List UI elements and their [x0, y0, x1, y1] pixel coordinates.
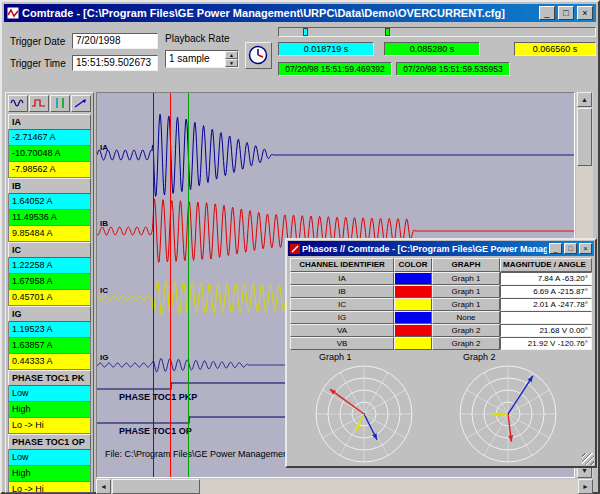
- scroll-up-button[interactable]: ▲: [577, 92, 592, 107]
- phasor-color-swatch[interactable]: [394, 337, 432, 350]
- trace-label-ia: IA: [100, 143, 108, 152]
- channel-value: 9.85484 A: [8, 226, 91, 242]
- cursor2-timestamp: 07/20/98 15:51:59.535953: [396, 62, 510, 76]
- minimize-button[interactable]: _: [539, 6, 555, 20]
- polar-plot-2: [456, 362, 560, 466]
- digital-label-op: PHASE TOC1 OP: [119, 426, 192, 436]
- playback-rate-down-button[interactable]: ▼: [225, 59, 238, 67]
- slider-cursor2-marker[interactable]: [385, 28, 390, 36]
- vertical-scroll-thumb[interactable]: [577, 108, 592, 166]
- channel-value: High: [8, 402, 91, 418]
- channel-value: Lo -> Hi: [8, 482, 91, 493]
- graph2-label: Graph 2: [463, 352, 563, 362]
- phasor-graph-2: Graph 2: [453, 352, 563, 470]
- phasor-row-va: VA Graph 2 21.68 V 0.00°: [290, 324, 592, 337]
- phasors-window-icon: [290, 244, 300, 254]
- header-graph: GRAPH: [432, 258, 500, 272]
- channel-header-ic: IC: [8, 242, 91, 258]
- trigger-time-label: Trigger Time: [10, 58, 66, 69]
- phasors-minimize-button[interactable]: _: [549, 243, 562, 254]
- cursor1-time-value: 0.018719 s: [278, 42, 374, 56]
- phasor-channel[interactable]: VB: [290, 337, 394, 350]
- phasor-color-swatch[interactable]: [394, 285, 432, 298]
- sine-wave-icon: [10, 97, 26, 109]
- phasor-color-swatch[interactable]: [394, 298, 432, 311]
- phasor-channel[interactable]: IC: [290, 298, 394, 311]
- channel-value: Low: [8, 450, 91, 466]
- channel-value: 1.63857 A: [8, 338, 91, 354]
- trigger-time-field[interactable]: 15:51:59.502673: [72, 55, 158, 71]
- channel-value: -7.98562 A: [8, 162, 91, 178]
- clock-icon: [248, 45, 269, 66]
- channel-values-panel: IA -2.71467 A -10.70048 A -7.98562 A IB …: [5, 92, 94, 493]
- trigger-date-field[interactable]: 7/20/1998: [72, 33, 158, 49]
- phasor-view-button[interactable]: [71, 95, 91, 112]
- phasors-window: Phasors // Comtrade - [C:\Program Files\…: [285, 238, 597, 468]
- channel-value: -2.71467 A: [8, 130, 91, 146]
- playback-start-button[interactable]: [245, 42, 272, 69]
- window-title: Comtrade - [C:\Program Files\GE Power Ma…: [22, 7, 536, 19]
- channel-value: 1.64052 A: [8, 194, 91, 210]
- cursor2-line[interactable]: [188, 93, 189, 477]
- phasor-table: CHANNEL IDENTIFIER COLOR GRAPH MAGNITUDE…: [290, 258, 592, 350]
- phasor-row-ig: IG None: [290, 311, 592, 324]
- header-magnitude-angle: MAGNITUDE / ANGLE: [500, 258, 592, 272]
- phasors-maximize-button[interactable]: □: [564, 243, 577, 254]
- channel-value: Lo -> Hi: [8, 418, 91, 434]
- slider-cursor1-marker[interactable]: [303, 28, 308, 36]
- graph1-label: Graph 1: [319, 352, 419, 362]
- playback-rate-up-button[interactable]: ▲: [225, 51, 238, 59]
- phasor-channel[interactable]: IA: [290, 272, 394, 285]
- delta-time-value: 0.066560 s: [514, 42, 596, 56]
- comtrade-window: Comtrade - [C:\Program Files\GE Power Ma…: [0, 0, 600, 494]
- phasor-graph-select[interactable]: None: [432, 311, 500, 324]
- close-button[interactable]: ×: [577, 6, 593, 20]
- phasor-color-swatch[interactable]: [394, 324, 432, 337]
- maximize-button[interactable]: □: [558, 6, 574, 20]
- phasor-magnitude: 2.01 A -247.78°: [500, 298, 592, 311]
- cursors-button[interactable]: [50, 95, 70, 112]
- scroll-right-button[interactable]: ►: [578, 479, 593, 494]
- square-wave-icon: [31, 97, 47, 109]
- phasor-magnitude: [500, 311, 592, 324]
- phasor-magnitude: 21.68 V 0.00°: [500, 324, 592, 337]
- channel-header-ig: IG: [8, 306, 91, 322]
- phasor-color-swatch[interactable]: [394, 311, 432, 324]
- phasor-channel[interactable]: VA: [290, 324, 394, 337]
- phasor-channel[interactable]: IG: [290, 311, 394, 324]
- cursor1-line[interactable]: [153, 93, 154, 477]
- analog-view-button[interactable]: [8, 95, 28, 112]
- phasors-close-button[interactable]: ×: [579, 243, 592, 254]
- scroll-left-button[interactable]: ◄: [96, 479, 111, 494]
- channel-value-list: IA -2.71467 A -10.70048 A -7.98562 A IB …: [8, 114, 91, 493]
- phasor-graphs: Graph 1 Graph 2: [289, 352, 593, 464]
- channel-value: -10.70048 A: [8, 146, 91, 162]
- channel-header-toc1-pk: PHASE TOC1 PK: [8, 370, 91, 386]
- playback-position-slider[interactable]: [278, 27, 596, 37]
- phasor-graph-select[interactable]: Graph 2: [432, 324, 500, 337]
- cursors-icon: [52, 97, 68, 109]
- phasors-titlebar[interactable]: Phasors // Comtrade - [C:\Program Files\…: [288, 241, 594, 256]
- phasor-graph-select[interactable]: Graph 2: [432, 337, 500, 350]
- phasor-graph-select[interactable]: Graph 1: [432, 272, 500, 285]
- header-channel-identifier: CHANNEL IDENTIFIER: [290, 258, 394, 272]
- channel-value: High: [8, 466, 91, 482]
- horizontal-scroll-thumb[interactable]: [112, 479, 200, 494]
- phasor-graph-select[interactable]: Graph 1: [432, 298, 500, 311]
- phasor-magnitude: 7.84 A -63.20°: [500, 272, 592, 285]
- phasor-channel[interactable]: IB: [290, 285, 394, 298]
- phasor-table-header: CHANNEL IDENTIFIER COLOR GRAPH MAGNITUDE…: [290, 258, 592, 272]
- phasor-graph-select[interactable]: Graph 1: [432, 285, 500, 298]
- phasor-color-swatch[interactable]: [394, 272, 432, 285]
- channel-value: Low: [8, 386, 91, 402]
- channel-value: 1.22258 A: [8, 258, 91, 274]
- plot-horizontal-scrollbar[interactable]: ◄ ►: [96, 479, 593, 494]
- main-titlebar[interactable]: Comtrade - [C:\Program Files\GE Power Ma…: [4, 4, 596, 22]
- trigger-line[interactable]: [170, 93, 171, 477]
- resize-grip[interactable]: [582, 453, 594, 465]
- phasor-row-ic: IC Graph 1 2.01 A -247.78°: [290, 298, 592, 311]
- playback-rate-value: 1 sample: [166, 51, 225, 67]
- channel-header-toc1-op: PHASE TOC1 OP: [8, 434, 91, 450]
- playback-rate-select[interactable]: 1 sample ▲ ▼: [165, 50, 239, 68]
- digital-view-button[interactable]: [29, 95, 49, 112]
